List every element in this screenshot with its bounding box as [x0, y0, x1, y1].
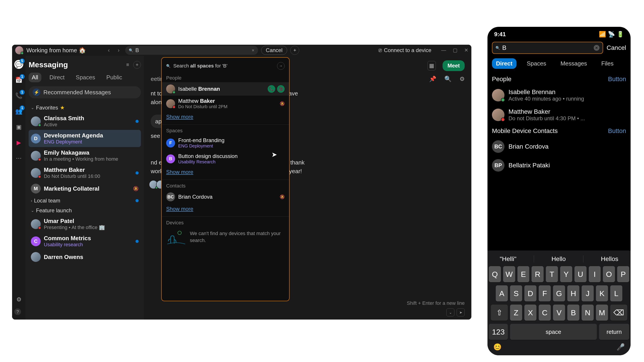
section-button[interactable]: Button [608, 75, 626, 83]
tab-all[interactable]: All [28, 73, 41, 82]
key-z[interactable]: Z [510, 305, 522, 321]
search-in-space-icon[interactable]: 🔍 [444, 75, 452, 82]
connect-device-button[interactable]: ⎚ Connect to a device [378, 47, 431, 53]
user-status[interactable]: Working from home 🏠 [26, 47, 86, 54]
back-icon[interactable]: ‹ [106, 47, 112, 54]
show-more-link[interactable]: Show more [162, 111, 289, 124]
rail-calls-icon[interactable]: 📞1 [14, 91, 23, 100]
list-item[interactable]: Emily NakagawaIn a meeting • Working fro… [28, 147, 141, 164]
key-n[interactable]: N [582, 305, 594, 321]
mobile-tab-messages[interactable]: Messages [556, 58, 591, 69]
tab-public[interactable]: Public [103, 73, 126, 82]
show-more-link[interactable]: Show more [162, 204, 289, 216]
mobile-result-person[interactable]: Isabelle BrennanActive 40 minutes ago • … [488, 85, 630, 105]
mobile-search-bar[interactable]: 🔍 ✕ [492, 42, 603, 54]
video-icon[interactable]: 🎥 [277, 85, 285, 93]
rail-contacts-icon[interactable]: ▣ [14, 122, 23, 131]
rail-help-icon[interactable]: ? [14, 308, 21, 315]
list-item[interactable]: Umar PatelPresenting • At the office 🏢 [28, 215, 141, 233]
key-a[interactable]: A [496, 285, 508, 302]
mobile-tab-direct[interactable]: Direct [492, 58, 516, 69]
key-x[interactable]: X [524, 305, 536, 321]
key-l[interactable]: L [610, 285, 622, 302]
key-t[interactable]: T [546, 266, 558, 282]
pin-icon[interactable]: 📌 [429, 75, 436, 82]
clear-search-icon[interactable]: ✕ [594, 45, 600, 51]
key-g[interactable]: G [553, 285, 565, 302]
search-result-space[interactable]: F Front-end BrandingENG Deployment [162, 135, 289, 151]
list-item[interactable]: Matthew BakerDo Not Disturb until 16:00 [28, 164, 141, 181]
compose-icon[interactable]: + [133, 61, 141, 69]
return-key[interactable]: return [599, 324, 629, 340]
gear-icon[interactable]: ⚙ [460, 75, 465, 82]
mobile-result-contact[interactable]: BP Bellatrix Pataki [488, 156, 630, 175]
rail-teams-icon[interactable]: 👥1 [14, 107, 23, 116]
key-j[interactable]: J [582, 285, 594, 302]
rail-more-icon[interactable]: ⋯ [14, 154, 23, 163]
key-e[interactable]: E [518, 266, 530, 282]
key-p[interactable]: P [617, 266, 629, 282]
key-b[interactable]: B [567, 305, 580, 321]
tab-direct[interactable]: Direct [46, 73, 68, 82]
key-f[interactable]: F [539, 285, 551, 302]
emoji-key[interactable]: 😊 [493, 343, 502, 351]
list-item[interactable]: D Development AgendaENG Deployment [28, 130, 141, 147]
clear-search-icon[interactable]: ✕ [252, 48, 254, 52]
mic-key[interactable]: 🎤 [616, 343, 625, 351]
search-bar[interactable]: 🔍 ✕ [125, 46, 258, 55]
close-icon[interactable]: ✕ [464, 47, 468, 53]
kb-suggestion[interactable]: Hellos [596, 255, 623, 263]
section-local-team[interactable]: ›Local team [28, 196, 141, 206]
section-favorites[interactable]: ⌄Favorites★ [28, 103, 141, 113]
search-input[interactable] [136, 47, 249, 53]
show-more-link[interactable]: Show more [162, 167, 289, 179]
key-u[interactable]: U [574, 266, 586, 282]
rail-calendar-icon[interactable]: 📅1 [14, 75, 23, 84]
mobile-search-input[interactable] [502, 44, 592, 51]
key-s[interactable]: S [510, 285, 522, 302]
send-icon[interactable]: ➤ [456, 308, 465, 317]
cancel-button[interactable]: Cancel [607, 44, 626, 51]
key-o[interactable]: O [603, 266, 615, 282]
search-all-spaces[interactable]: 🔍 Search all spaces for 'B' → [162, 61, 289, 73]
kb-suggestion[interactable]: Hello [547, 255, 570, 263]
rail-app-icon[interactable]: ▶ [14, 138, 23, 147]
key-h[interactable]: H [567, 285, 580, 302]
expand-icon[interactable]: ⌄ [446, 308, 454, 317]
key-k[interactable]: K [596, 285, 608, 302]
key-v[interactable]: V [553, 305, 565, 321]
list-item[interactable]: Clarissa SmithActive [28, 113, 141, 130]
maximize-icon[interactable]: ▢ [453, 47, 458, 53]
rail-messaging-icon[interactable]: 💬5 [14, 60, 23, 69]
call-icon[interactable]: 📞 [268, 85, 275, 93]
mobile-result-person[interactable]: Matthew BakerDo not Disturb until 4:30 P… [488, 105, 630, 125]
backspace-key[interactable]: ⌫ [610, 305, 627, 321]
numbers-key[interactable]: 123 [489, 324, 508, 340]
tab-spaces[interactable]: Spaces [73, 73, 98, 82]
search-result-person[interactable]: Matthew BakerDo Not Disturb until 2PM 🔕 [162, 96, 289, 111]
key-d[interactable]: D [524, 285, 536, 302]
key-c[interactable]: C [539, 305, 551, 321]
section-feature-launch[interactable]: ⌄Feature launch [28, 206, 141, 215]
list-item[interactable]: C Common MetricsUsability research [28, 233, 141, 250]
space-key[interactable]: space [510, 324, 597, 340]
list-item[interactable]: Darren Owens [28, 250, 141, 264]
rail-settings-icon[interactable]: ⚙ [14, 295, 23, 304]
mobile-tab-files[interactable]: Files [597, 58, 618, 69]
search-result-contact[interactable]: BC Brian Cordova 🔕 [162, 190, 289, 204]
cancel-button[interactable]: Cancel [261, 46, 287, 55]
key-q[interactable]: Q [489, 266, 501, 282]
add-button[interactable]: + [290, 46, 299, 55]
filter-icon[interactable]: ≡ [124, 61, 132, 69]
search-result-person[interactable]: Isabelle Brennan 📞 🎥 [162, 82, 289, 96]
key-y[interactable]: Y [560, 266, 572, 282]
list-item[interactable]: M Marketing Collateral 🔕 [28, 181, 141, 196]
shift-key[interactable]: ⇧ [491, 305, 508, 321]
forward-icon[interactable]: › [116, 47, 122, 54]
user-avatar[interactable] [15, 46, 23, 54]
search-result-space[interactable]: B Button design discussionUsability Rese… [162, 151, 289, 167]
mobile-result-contact[interactable]: BC Brian Cordova [488, 137, 630, 156]
key-r[interactable]: R [532, 266, 544, 282]
minimize-icon[interactable]: — [441, 47, 446, 53]
recommended-messages[interactable]: ⚡ Recommended Messages [28, 86, 141, 98]
